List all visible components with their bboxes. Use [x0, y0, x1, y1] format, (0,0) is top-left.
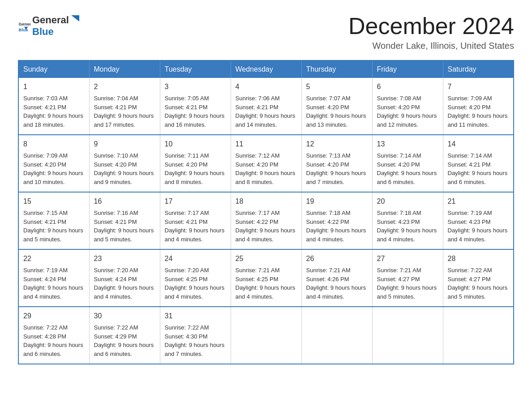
sunrise-info: Sunrise: 7:10 AM — [94, 152, 138, 159]
daylight-info: Daylight: 9 hours hours — [377, 227, 437, 234]
daylight-and: and 4 minutes. — [377, 236, 415, 243]
day-number: 23 — [94, 253, 155, 264]
daylight-and: and 7 minutes. — [306, 179, 344, 185]
calendar-cell: 8 Sunrise: 7:09 AM Sunset: 4:20 PM Dayli… — [18, 135, 89, 192]
sunrise-info: Sunrise: 7:21 AM — [377, 267, 421, 274]
sunset-info: Sunset: 4:24 PM — [23, 276, 66, 283]
daylight-info: Daylight: 9 hours hours — [236, 170, 296, 176]
calendar-cell: 2 Sunrise: 7:04 AM Sunset: 4:21 PM Dayli… — [89, 78, 160, 135]
sunset-info: Sunset: 4:27 PM — [448, 276, 491, 283]
sunrise-info: Sunrise: 7:09 AM — [23, 152, 68, 159]
day-number: 24 — [165, 253, 226, 264]
daylight-info: Daylight: 9 hours hours — [94, 342, 154, 348]
day-number: 3 — [165, 81, 226, 92]
day-number: 2 — [94, 81, 155, 92]
daylight-info: Daylight: 9 hours hours — [94, 284, 154, 291]
calendar-cell — [443, 307, 514, 364]
sunrise-info: Sunrise: 7:14 AM — [377, 152, 421, 159]
calendar-cell: 13 Sunrise: 7:14 AM Sunset: 4:20 PM Dayl… — [372, 135, 443, 192]
calendar-cell: 19 Sunrise: 7:18 AM Sunset: 4:22 PM Dayl… — [301, 192, 372, 249]
page-header: General Blue General Blue December 2024 … — [18, 13, 514, 51]
daylight-and: and 11 minutes. — [448, 121, 489, 128]
sunrise-info: Sunrise: 7:19 AM — [448, 210, 492, 216]
day-number: 6 — [377, 81, 438, 92]
sunset-info: Sunset: 4:20 PM — [165, 161, 208, 168]
daylight-and: and 4 minutes. — [165, 293, 203, 300]
svg-text:Blue: Blue — [18, 27, 28, 32]
day-number: 1 — [23, 81, 85, 92]
daylight-info: Daylight: 9 hours hours — [94, 170, 154, 176]
logo-general-text: General — [32, 14, 69, 26]
sunrise-info: Sunrise: 7:19 AM — [23, 267, 68, 274]
sunset-info: Sunset: 4:20 PM — [94, 161, 137, 168]
daylight-info: Daylight: 9 hours hours — [165, 227, 225, 234]
sunrise-info: Sunrise: 7:20 AM — [94, 267, 138, 274]
daylight-info: Daylight: 9 hours hours — [306, 170, 366, 176]
day-number: 31 — [165, 311, 226, 321]
day-number: 25 — [236, 253, 297, 264]
calendar-cell: 29 Sunrise: 7:22 AM Sunset: 4:28 PM Dayl… — [18, 307, 89, 364]
sunrise-info: Sunrise: 7:16 AM — [94, 210, 138, 216]
sunset-info: Sunset: 4:28 PM — [23, 333, 66, 340]
sunset-info: Sunset: 4:20 PM — [236, 161, 279, 168]
daylight-info: Daylight: 9 hours hours — [23, 284, 83, 291]
daylight-and: and 13 minutes. — [306, 121, 348, 128]
sunrise-info: Sunrise: 7:13 AM — [306, 152, 351, 159]
sunset-info: Sunset: 4:23 PM — [377, 218, 420, 225]
day-number: 18 — [236, 196, 297, 207]
calendar-table: SundayMondayTuesdayWednesdayThursdayFrid… — [18, 60, 514, 364]
title-area: December 2024 Wonder Lake, Illinois, Uni… — [348, 13, 514, 51]
logo: General Blue General Blue — [18, 13, 81, 38]
calendar-cell: 26 Sunrise: 7:21 AM Sunset: 4:26 PM Dayl… — [301, 249, 372, 307]
daylight-and: and 16 minutes. — [165, 121, 206, 128]
calendar-cell: 31 Sunrise: 7:22 AM Sunset: 4:30 PM Dayl… — [160, 307, 231, 364]
day-number: 16 — [94, 196, 155, 207]
calendar-cell: 27 Sunrise: 7:21 AM Sunset: 4:27 PM Dayl… — [372, 249, 443, 307]
week-row-2: 8 Sunrise: 7:09 AM Sunset: 4:20 PM Dayli… — [18, 135, 514, 192]
day-number: 10 — [165, 139, 226, 150]
svg-text:General: General — [18, 21, 30, 26]
sunrise-info: Sunrise: 7:22 AM — [448, 267, 492, 274]
daylight-info: Daylight: 9 hours hours — [306, 284, 366, 291]
svg-marker-3 — [71, 15, 79, 21]
weekday-header-saturday: Saturday — [443, 60, 514, 78]
weekday-header-monday: Monday — [89, 60, 160, 78]
sunset-info: Sunset: 4:22 PM — [236, 218, 279, 225]
daylight-and: and 4 minutes. — [306, 293, 344, 300]
calendar-cell: 24 Sunrise: 7:20 AM Sunset: 4:25 PM Dayl… — [160, 249, 231, 307]
sunset-info: Sunset: 4:25 PM — [236, 276, 279, 283]
sunrise-info: Sunrise: 7:08 AM — [377, 95, 421, 102]
day-number: 19 — [306, 196, 368, 207]
calendar-cell: 21 Sunrise: 7:19 AM Sunset: 4:23 PM Dayl… — [443, 192, 514, 249]
calendar-cell: 16 Sunrise: 7:16 AM Sunset: 4:21 PM Dayl… — [89, 192, 160, 249]
day-number: 9 — [94, 139, 155, 150]
daylight-and: and 9 minutes. — [94, 179, 132, 185]
daylight-and: and 4 minutes. — [23, 293, 61, 300]
day-number: 20 — [377, 196, 438, 207]
day-number: 15 — [23, 196, 85, 207]
calendar-cell: 14 Sunrise: 7:14 AM Sunset: 4:21 PM Dayl… — [443, 135, 514, 192]
calendar-cell: 3 Sunrise: 7:05 AM Sunset: 4:21 PM Dayli… — [160, 78, 231, 135]
sunset-info: Sunset: 4:21 PM — [448, 161, 491, 168]
sunset-info: Sunset: 4:20 PM — [23, 161, 66, 168]
daylight-info: Daylight: 9 hours hours — [23, 227, 83, 234]
sunrise-info: Sunrise: 7:22 AM — [23, 324, 68, 331]
weekday-header-tuesday: Tuesday — [160, 60, 231, 78]
daylight-info: Daylight: 9 hours hours — [448, 284, 508, 291]
calendar-cell: 23 Sunrise: 7:20 AM Sunset: 4:24 PM Dayl… — [89, 249, 160, 307]
daylight-and: and 5 minutes. — [23, 236, 61, 243]
calendar-cell: 12 Sunrise: 7:13 AM Sunset: 4:20 PM Dayl… — [301, 135, 372, 192]
sunrise-info: Sunrise: 7:17 AM — [236, 210, 280, 216]
sunset-info: Sunset: 4:20 PM — [448, 104, 491, 111]
day-number: 5 — [306, 81, 368, 92]
day-number: 29 — [23, 311, 85, 321]
calendar-cell: 25 Sunrise: 7:21 AM Sunset: 4:25 PM Dayl… — [231, 249, 301, 307]
sunrise-info: Sunrise: 7:03 AM — [23, 95, 68, 102]
sunset-info: Sunset: 4:24 PM — [94, 276, 137, 283]
calendar-cell: 10 Sunrise: 7:11 AM Sunset: 4:20 PM Dayl… — [160, 135, 231, 192]
daylight-info: Daylight: 9 hours hours — [236, 112, 296, 119]
daylight-info: Daylight: 9 hours hours — [448, 170, 508, 176]
calendar-cell: 17 Sunrise: 7:17 AM Sunset: 4:21 PM Dayl… — [160, 192, 231, 249]
sunrise-info: Sunrise: 7:06 AM — [236, 95, 280, 102]
calendar-cell: 15 Sunrise: 7:15 AM Sunset: 4:21 PM Dayl… — [18, 192, 89, 249]
